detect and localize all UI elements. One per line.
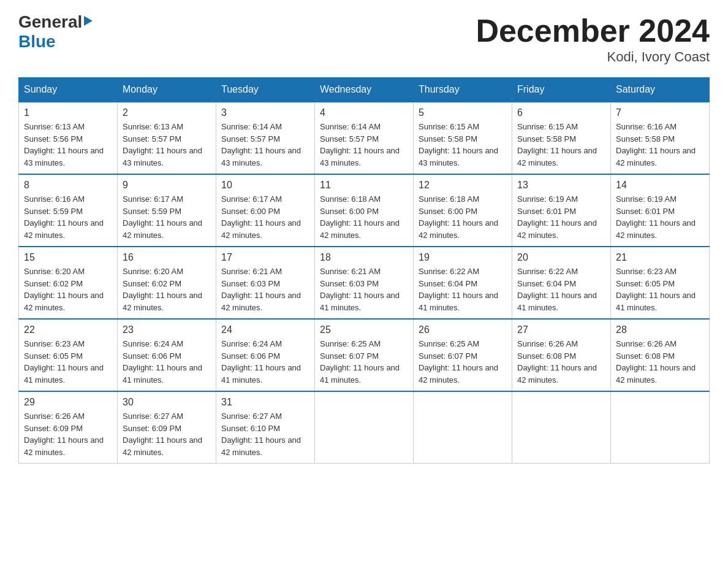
calendar-week-1: 1Sunrise: 6:13 AMSunset: 5:56 PMDaylight… [19,102,710,174]
day-number: 12 [419,180,507,191]
calendar-cell: 24Sunrise: 6:24 AMSunset: 6:06 PMDayligh… [216,319,315,391]
day-number: 13 [517,180,605,191]
calendar-cell: 23Sunrise: 6:24 AMSunset: 6:06 PMDayligh… [118,319,216,391]
calendar-cell: 26Sunrise: 6:25 AMSunset: 6:07 PMDayligh… [414,319,512,391]
day-info: Sunrise: 6:27 AMSunset: 6:09 PMDaylight:… [123,410,211,458]
title-block: December 2024 Kodi, Ivory Coast [476,12,710,65]
day-number: 27 [517,324,605,335]
day-info: Sunrise: 6:19 AMSunset: 6:01 PMDaylight:… [517,193,605,241]
header-saturday: Saturday [611,78,710,102]
day-number: 4 [320,107,408,118]
day-info: Sunrise: 6:22 AMSunset: 6:04 PMDaylight:… [419,266,507,313]
calendar-week-3: 15Sunrise: 6:20 AMSunset: 6:02 PMDayligh… [19,247,710,319]
header-monday: Monday [118,78,216,102]
day-info: Sunrise: 6:17 AMSunset: 5:59 PMDaylight:… [123,193,211,241]
day-info: Sunrise: 6:22 AMSunset: 6:04 PMDaylight:… [517,266,605,313]
day-info: Sunrise: 6:20 AMSunset: 6:02 PMDaylight:… [123,266,211,313]
day-info: Sunrise: 6:27 AMSunset: 6:10 PMDaylight:… [221,410,309,458]
day-info: Sunrise: 6:18 AMSunset: 6:00 PMDaylight:… [419,193,507,241]
day-info: Sunrise: 6:26 AMSunset: 6:09 PMDaylight:… [24,410,112,458]
calendar-cell: 3Sunrise: 6:14 AMSunset: 5:57 PMDaylight… [216,102,315,174]
calendar-cell: 9Sunrise: 6:17 AMSunset: 5:59 PMDaylight… [118,174,216,247]
day-number: 23 [123,324,211,335]
day-number: 11 [320,180,408,191]
calendar-cell [414,391,512,464]
calendar-cell: 6Sunrise: 6:15 AMSunset: 5:58 PMDaylight… [512,102,611,174]
day-number: 1 [24,107,112,118]
day-number: 15 [24,252,112,263]
day-number: 28 [616,324,704,335]
day-info: Sunrise: 6:21 AMSunset: 6:03 PMDaylight:… [320,266,408,313]
calendar-cell: 7Sunrise: 6:16 AMSunset: 5:58 PMDaylight… [611,102,710,174]
calendar-cell: 27Sunrise: 6:26 AMSunset: 6:08 PMDayligh… [512,319,611,391]
day-number: 22 [24,324,112,335]
calendar-cell: 29Sunrise: 6:26 AMSunset: 6:09 PMDayligh… [19,391,118,464]
calendar-cell: 11Sunrise: 6:18 AMSunset: 6:00 PMDayligh… [315,174,414,247]
calendar-cell: 2Sunrise: 6:13 AMSunset: 5:57 PMDaylight… [118,102,216,174]
calendar-cell: 25Sunrise: 6:25 AMSunset: 6:07 PMDayligh… [315,319,414,391]
day-number: 21 [616,252,704,263]
calendar-cell: 13Sunrise: 6:19 AMSunset: 6:01 PMDayligh… [512,174,611,247]
day-info: Sunrise: 6:13 AMSunset: 5:57 PMDaylight:… [123,121,211,169]
calendar-cell: 17Sunrise: 6:21 AMSunset: 6:03 PMDayligh… [216,247,315,319]
page-title: December 2024 [476,12,710,49]
page-header: General Blue December 2024 Kodi, Ivory C… [18,12,710,65]
calendar-header-row: SundayMondayTuesdayWednesdayThursdayFrid… [19,78,710,102]
calendar-cell: 5Sunrise: 6:15 AMSunset: 5:58 PMDaylight… [414,102,512,174]
day-info: Sunrise: 6:18 AMSunset: 6:00 PMDaylight:… [320,193,408,241]
calendar-cell: 14Sunrise: 6:19 AMSunset: 6:01 PMDayligh… [611,174,710,247]
calendar-table: SundayMondayTuesdayWednesdayThursdayFrid… [18,77,710,464]
day-number: 10 [221,180,309,191]
calendar-week-2: 8Sunrise: 6:16 AMSunset: 5:59 PMDaylight… [19,174,710,247]
calendar-cell: 21Sunrise: 6:23 AMSunset: 6:05 PMDayligh… [611,247,710,319]
day-number: 19 [419,252,507,263]
header-tuesday: Tuesday [216,78,315,102]
logo-blue-text: Blue [18,32,56,51]
day-number: 30 [123,397,211,408]
page-subtitle: Kodi, Ivory Coast [476,49,710,65]
calendar-cell: 18Sunrise: 6:21 AMSunset: 6:03 PMDayligh… [315,247,414,319]
header-wednesday: Wednesday [315,78,414,102]
day-info: Sunrise: 6:26 AMSunset: 6:08 PMDaylight:… [616,338,704,386]
day-number: 8 [24,180,112,191]
logo: General Blue [18,12,93,52]
day-info: Sunrise: 6:20 AMSunset: 6:02 PMDaylight:… [24,266,112,313]
header-friday: Friday [512,78,611,102]
day-info: Sunrise: 6:15 AMSunset: 5:58 PMDaylight:… [419,121,507,169]
day-number: 7 [616,107,704,118]
calendar-week-4: 22Sunrise: 6:23 AMSunset: 6:05 PMDayligh… [19,319,710,391]
calendar-cell: 10Sunrise: 6:17 AMSunset: 6:00 PMDayligh… [216,174,315,247]
day-info: Sunrise: 6:16 AMSunset: 5:58 PMDaylight:… [616,121,704,169]
day-info: Sunrise: 6:26 AMSunset: 6:08 PMDaylight:… [517,338,605,386]
day-number: 3 [221,107,309,118]
day-info: Sunrise: 6:13 AMSunset: 5:56 PMDaylight:… [24,121,112,169]
calendar-cell: 8Sunrise: 6:16 AMSunset: 5:59 PMDaylight… [19,174,118,247]
day-number: 9 [123,180,211,191]
calendar-cell: 16Sunrise: 6:20 AMSunset: 6:02 PMDayligh… [118,247,216,319]
day-info: Sunrise: 6:19 AMSunset: 6:01 PMDaylight:… [616,193,704,241]
calendar-cell: 22Sunrise: 6:23 AMSunset: 6:05 PMDayligh… [19,319,118,391]
day-number: 2 [123,107,211,118]
day-number: 5 [419,107,507,118]
calendar-cell [512,391,611,464]
day-info: Sunrise: 6:14 AMSunset: 5:57 PMDaylight:… [221,121,309,169]
day-info: Sunrise: 6:24 AMSunset: 6:06 PMDaylight:… [221,338,309,386]
calendar-cell: 15Sunrise: 6:20 AMSunset: 6:02 PMDayligh… [19,247,118,319]
logo-general-text: General [18,12,82,32]
day-info: Sunrise: 6:23 AMSunset: 6:05 PMDaylight:… [24,338,112,386]
calendar-cell: 19Sunrise: 6:22 AMSunset: 6:04 PMDayligh… [414,247,512,319]
day-number: 17 [221,252,309,263]
day-info: Sunrise: 6:16 AMSunset: 5:59 PMDaylight:… [24,193,112,241]
day-info: Sunrise: 6:24 AMSunset: 6:06 PMDaylight:… [123,338,211,386]
calendar-cell [611,391,710,464]
day-info: Sunrise: 6:25 AMSunset: 6:07 PMDaylight:… [320,338,408,386]
calendar-cell: 20Sunrise: 6:22 AMSunset: 6:04 PMDayligh… [512,247,611,319]
day-number: 6 [517,107,605,118]
day-info: Sunrise: 6:14 AMSunset: 5:57 PMDaylight:… [320,121,408,169]
day-info: Sunrise: 6:25 AMSunset: 6:07 PMDaylight:… [419,338,507,386]
day-number: 29 [24,397,112,408]
day-info: Sunrise: 6:21 AMSunset: 6:03 PMDaylight:… [221,266,309,313]
day-number: 20 [517,252,605,263]
day-number: 24 [221,324,309,335]
day-number: 16 [123,252,211,263]
